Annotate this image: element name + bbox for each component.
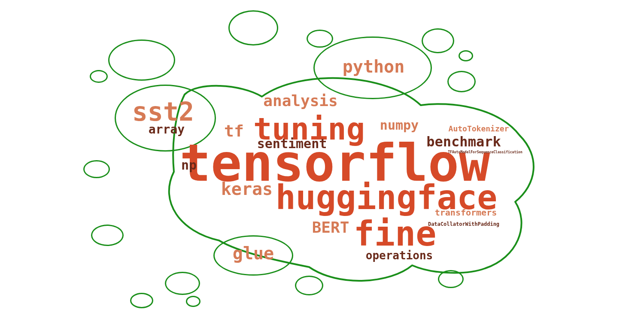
word-tf: tf bbox=[224, 123, 244, 139]
word-datacollatorwithpadding: DataCollatorWithPadding bbox=[428, 222, 499, 227]
word-sst2: sst2 bbox=[132, 99, 194, 125]
word-operations: operations bbox=[366, 250, 433, 261]
contour-bubble bbox=[90, 70, 108, 83]
contour-bubble bbox=[130, 293, 153, 308]
word-glue: glue bbox=[233, 245, 274, 262]
contour-bubble bbox=[459, 50, 473, 61]
word-tfautomodelforsequenceclassification: TFAutoModelForSequenceClassification bbox=[448, 151, 522, 154]
word-array: array bbox=[149, 124, 185, 136]
word-keras: keras bbox=[221, 180, 273, 197]
contour-bubble bbox=[295, 276, 323, 295]
contour-bubble bbox=[186, 296, 200, 307]
word-bert: BERT bbox=[312, 220, 349, 235]
word-sentiment: sentiment bbox=[257, 137, 327, 150]
contour-bubble bbox=[438, 270, 464, 288]
contour-bubble bbox=[83, 160, 110, 178]
contour-bubble bbox=[307, 30, 333, 48]
word-np: np bbox=[181, 159, 197, 172]
contour-bubble bbox=[447, 71, 476, 92]
word-transformers: transformers bbox=[435, 208, 497, 217]
contour-bubble bbox=[422, 28, 454, 53]
contour-bubble bbox=[108, 39, 175, 81]
wordcloud-canvas: tensorflowhuggingfacefinetuningsst2pytho… bbox=[0, 0, 644, 322]
word-autotokenizer: AutoTokenizer bbox=[449, 125, 509, 133]
word-benchmark: benchmark bbox=[426, 135, 501, 149]
contour-bubble bbox=[228, 10, 278, 46]
contour-bubble bbox=[91, 225, 124, 246]
word-python: python bbox=[343, 58, 405, 75]
word-numpy: numpy bbox=[380, 119, 419, 132]
contour-bubble bbox=[165, 272, 200, 295]
word-fine: fine bbox=[354, 217, 437, 251]
word-analysis: analysis bbox=[263, 93, 337, 109]
